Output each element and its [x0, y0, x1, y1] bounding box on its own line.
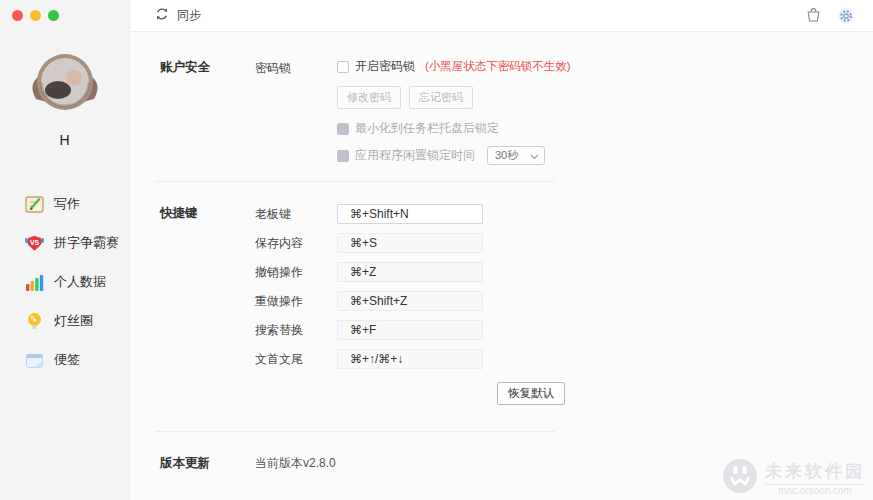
lightbulb-icon: [24, 311, 45, 332]
sidebar-item-spelling-contest[interactable]: VS 拼字争霸赛: [0, 231, 129, 255]
zoom-window-button[interactable]: [48, 10, 59, 21]
sync-button[interactable]: 同步: [154, 6, 201, 25]
shortcut-label: 老板键: [255, 206, 337, 223]
avatar[interactable]: [24, 49, 106, 122]
sidebar: H 写作: [0, 0, 130, 500]
shortcuts-section: 快捷键 老板键 保存内容 撤销操作 重做: [160, 204, 873, 405]
minimize-window-button[interactable]: [30, 10, 41, 21]
window-controls: [0, 0, 129, 21]
shortcut-row: 搜索替换: [255, 320, 873, 340]
version-section: 版本更新 当前版本v2.8.0: [160, 454, 873, 472]
shortcut-input-redo[interactable]: [337, 291, 483, 311]
shortcut-label: 撤销操作: [255, 264, 337, 281]
idle-lock-label: 应用程序闲置锁定时间: [355, 147, 475, 164]
app-window: H 写作: [0, 0, 873, 500]
sidebar-item-label: 写作: [54, 195, 80, 213]
sidebar-item-writing[interactable]: 写作: [0, 192, 129, 216]
sync-label: 同步: [177, 7, 201, 24]
shortcut-label: 重做操作: [255, 293, 337, 310]
restore-defaults-button[interactable]: 恢复默认: [497, 382, 565, 405]
shortcut-row: 保存内容: [255, 233, 873, 253]
username: H: [59, 132, 69, 148]
idle-time-select[interactable]: 30秒: [487, 146, 545, 165]
sidebar-item-memo[interactable]: 便签: [0, 348, 129, 372]
settings-content: 账户安全 密码锁 开启密码锁 (小黑屋状态下密码锁不生效) 修改密码 忘记密码 …: [130, 32, 873, 500]
shortcut-row: 老板键: [255, 204, 873, 224]
vs-badge-icon: VS: [24, 233, 45, 254]
svg-text:VS: VS: [30, 239, 40, 246]
sidebar-item-label: 个人数据: [54, 273, 106, 291]
current-version-text: 当前版本v2.8.0: [255, 454, 336, 472]
idle-lock-checkbox: [337, 150, 349, 162]
gear-icon[interactable]: [837, 7, 855, 25]
sticky-note-icon: [24, 350, 45, 371]
shortcut-label: 搜索替换: [255, 322, 337, 339]
section-title: 快捷键: [160, 204, 255, 222]
sync-icon: [154, 6, 170, 25]
password-lock-label: 密码锁: [255, 58, 337, 77]
account-security-section: 账户安全 密码锁 开启密码锁 (小黑屋状态下密码锁不生效) 修改密码 忘记密码 …: [160, 58, 873, 165]
close-window-button[interactable]: [12, 10, 23, 21]
password-lock-warning: (小黑屋状态下密码锁不生效): [425, 59, 571, 74]
shortcut-input-doc-top-bottom[interactable]: [337, 349, 483, 369]
sidebar-item-personal-data[interactable]: 个人数据: [0, 270, 129, 294]
shortcut-input-undo[interactable]: [337, 262, 483, 282]
minimize-lock-checkbox: [337, 123, 349, 135]
sidebar-item-light-circle[interactable]: 灯丝圈: [0, 309, 129, 333]
sidebar-menu: 写作 VS 拼字争霸赛: [0, 192, 129, 372]
section-divider: [155, 431, 555, 432]
section-title: 版本更新: [160, 454, 255, 472]
shortcut-row: 撤销操作: [255, 262, 873, 282]
chevron-down-icon: [530, 149, 539, 163]
section-title: 账户安全: [160, 58, 255, 76]
shortcut-row: 重做操作: [255, 291, 873, 311]
change-password-button[interactable]: 修改密码: [337, 86, 401, 109]
shortcut-input-search-replace[interactable]: [337, 320, 483, 340]
enable-password-lock-checkbox[interactable]: [337, 61, 349, 73]
shortcut-row: 文首文尾: [255, 349, 873, 369]
idle-time-value: 30秒: [495, 148, 518, 163]
sidebar-item-label: 灯丝圈: [54, 312, 93, 330]
notepad-pencil-icon: [24, 194, 45, 215]
shortcut-input-boss-key[interactable]: [337, 204, 483, 224]
enable-password-lock-label: 开启密码锁: [355, 58, 415, 75]
bag-icon[interactable]: [804, 7, 822, 25]
profile-block: H: [0, 49, 129, 148]
minimize-lock-label: 最小化到任务栏托盘后锁定: [355, 120, 499, 137]
sidebar-item-label: 便签: [54, 351, 80, 369]
shortcut-label: 文首文尾: [255, 351, 337, 368]
section-divider: [155, 181, 555, 182]
bar-chart-icon: [24, 272, 45, 293]
shortcut-label: 保存内容: [255, 235, 337, 252]
topbar: 同步: [130, 0, 873, 32]
forgot-password-button[interactable]: 忘记密码: [409, 86, 473, 109]
topbar-actions: [804, 7, 855, 25]
shortcut-input-save[interactable]: [337, 233, 483, 253]
sidebar-item-label: 拼字争霸赛: [54, 234, 119, 252]
